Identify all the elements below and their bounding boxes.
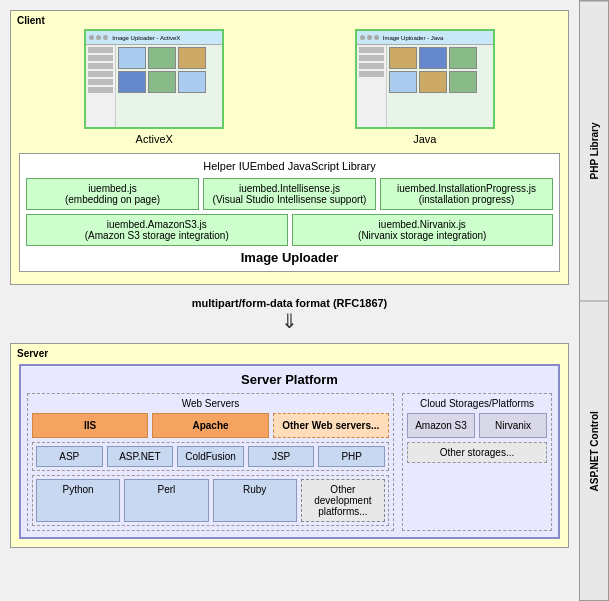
jsidebar-item4 — [359, 71, 384, 77]
activex-browser-box: Image Uploader - ActiveX — [84, 29, 224, 145]
activex-titlebar: Image Uploader - ActiveX — [86, 31, 222, 45]
js-file-name-3: iuembed.InstallationProgress.js — [387, 183, 546, 194]
js-files-row1: iuembed.js (embedding on page) iuembed.I… — [26, 178, 553, 210]
other-web-servers-btn[interactable]: Other Web servers... — [273, 413, 389, 438]
jdot2 — [367, 35, 372, 40]
java-sidebar — [357, 45, 387, 127]
php-library-label: PHP Library — [580, 1, 608, 301]
cloud-title: Cloud Storages/Platforms — [407, 398, 547, 409]
js-file-iuembed: iuembed.js (embedding on page) — [26, 178, 199, 210]
coldfusion-btn[interactable]: ColdFusion — [177, 446, 244, 467]
server-label: Server — [17, 348, 48, 359]
jthumb1 — [389, 47, 417, 69]
apache-btn[interactable]: Apache — [152, 413, 268, 438]
other-storages-btn[interactable]: Other storages... — [407, 442, 547, 463]
activex-title-text: Image Uploader - ActiveX — [112, 35, 180, 41]
iis-btn[interactable]: IIS — [32, 413, 148, 438]
aspnet-control-label: ASP.NET Control — [580, 301, 608, 601]
jsidebar-item1 — [359, 47, 384, 53]
java-titlebar: Image Uploader - Java — [357, 31, 493, 45]
sidebar-item5 — [88, 79, 113, 85]
dot1 — [89, 35, 94, 40]
java-screenshot: Image Uploader - Java — [355, 29, 495, 129]
js-file-desc-1: (embedding on page) — [33, 194, 192, 205]
jthumb4 — [389, 71, 417, 93]
sidebar-item4 — [88, 71, 113, 77]
right-sidebar: PHP Library ASP.NET Control — [579, 0, 609, 601]
image-uploader-label: Image Uploader — [26, 250, 553, 265]
python-btn[interactable]: Python — [36, 479, 120, 522]
js-file-installation: iuembed.InstallationProgress.js (install… — [380, 178, 553, 210]
activex-screenshot: Image Uploader - ActiveX — [84, 29, 224, 129]
thumb6 — [178, 71, 206, 93]
js-file-desc-5: (Nirvanix storage integration) — [299, 230, 547, 241]
browsers-row: Image Uploader - ActiveX — [19, 29, 560, 145]
js-file-desc-4: (Amazon S3 storage integration) — [33, 230, 281, 241]
client-label: Client — [17, 15, 45, 26]
arrow-down-icon: ⇓ — [281, 311, 298, 331]
jdot3 — [374, 35, 379, 40]
js-file-intellisense: iuembed.Intellisense.js (Visual Studio I… — [203, 178, 376, 210]
sidebar-item1 — [88, 47, 113, 53]
main-content: Client Image Uploader - ActiveX — [0, 0, 579, 601]
other-dev-platforms-btn[interactable]: Other development platforms... — [301, 479, 385, 522]
client-section: Client Image Uploader - ActiveX — [10, 10, 569, 285]
arrow-text: multipart/form-data format (RFC1867) — [192, 297, 388, 309]
asp-btn[interactable]: ASP — [36, 446, 103, 467]
cloud-storages-box: Cloud Storages/Platforms Amazon S3 Nirva… — [402, 393, 552, 531]
activex-sidebar — [86, 45, 116, 127]
jsp-btn[interactable]: JSP — [248, 446, 315, 467]
java-main — [387, 45, 493, 127]
js-library-section: Helper IUEmbed JavaScript Library iuembe… — [19, 153, 560, 272]
cloud-row1: Amazon S3 Nirvanix — [407, 413, 547, 438]
web-servers-title: Web Servers — [32, 398, 389, 409]
thumb2 — [148, 47, 176, 69]
jthumb6 — [449, 71, 477, 93]
server-platform-box: Server Platform Web Servers IIS Apache O… — [19, 364, 560, 539]
web-servers-row1: IIS Apache Other Web servers... — [32, 413, 389, 438]
js-file-name-2: iuembed.Intellisense.js — [210, 183, 369, 194]
web-servers-row2: ASP ASP.NET ColdFusion JSP PHP — [32, 442, 389, 471]
thumb4 — [118, 71, 146, 93]
ruby-btn[interactable]: Ruby — [213, 479, 297, 522]
js-file-amazons3: iuembed.AmazonS3.js (Amazon S3 storage i… — [26, 214, 288, 246]
js-file-desc-3: (installation progress) — [387, 194, 546, 205]
jdot1 — [360, 35, 365, 40]
aspnet-btn[interactable]: ASP.NET — [107, 446, 174, 467]
dot2 — [96, 35, 101, 40]
server-section: Server Server Platform Web Servers IIS A… — [10, 343, 569, 548]
java-label: Java — [413, 133, 436, 145]
js-file-nirvanix: iuembed.Nirvanix.js (Nirvanix storage in… — [292, 214, 554, 246]
web-servers-row3: Python Perl Ruby Other development platf… — [32, 475, 389, 526]
js-file-name-5: iuembed.Nirvanix.js — [299, 219, 547, 230]
js-library-title: Helper IUEmbed JavaScript Library — [26, 160, 553, 172]
activex-label: ActiveX — [136, 133, 173, 145]
jsidebar-item2 — [359, 55, 384, 61]
perl-btn[interactable]: Perl — [124, 479, 208, 522]
amazon-s3-btn[interactable]: Amazon S3 — [407, 413, 475, 438]
activex-main — [116, 45, 222, 127]
java-browser-box: Image Uploader - Java — [355, 29, 495, 145]
sidebar-item2 — [88, 55, 113, 61]
jthumb3 — [449, 47, 477, 69]
java-title-text: Image Uploader - Java — [383, 35, 444, 41]
dot3 — [103, 35, 108, 40]
sidebar-item6 — [88, 87, 113, 93]
thumb3 — [178, 47, 206, 69]
java-body — [357, 45, 493, 127]
web-servers-box: Web Servers IIS Apache Other Web servers… — [27, 393, 394, 531]
php-btn[interactable]: PHP — [318, 446, 385, 467]
arrow-section: multipart/form-data format (RFC1867) ⇓ — [10, 293, 569, 335]
js-file-desc-2: (Visual Studio Intellisense support) — [210, 194, 369, 205]
nirvanix-btn[interactable]: Nirvanix — [479, 413, 547, 438]
jthumb2 — [419, 47, 447, 69]
jsidebar-item3 — [359, 63, 384, 69]
activex-body — [86, 45, 222, 127]
thumb1 — [118, 47, 146, 69]
js-file-name-1: iuembed.js — [33, 183, 192, 194]
js-files-row2: iuembed.AmazonS3.js (Amazon S3 storage i… — [26, 214, 553, 246]
server-platform-title: Server Platform — [27, 372, 552, 387]
jthumb5 — [419, 71, 447, 93]
js-file-name-4: iuembed.AmazonS3.js — [33, 219, 281, 230]
sidebar-item3 — [88, 63, 113, 69]
